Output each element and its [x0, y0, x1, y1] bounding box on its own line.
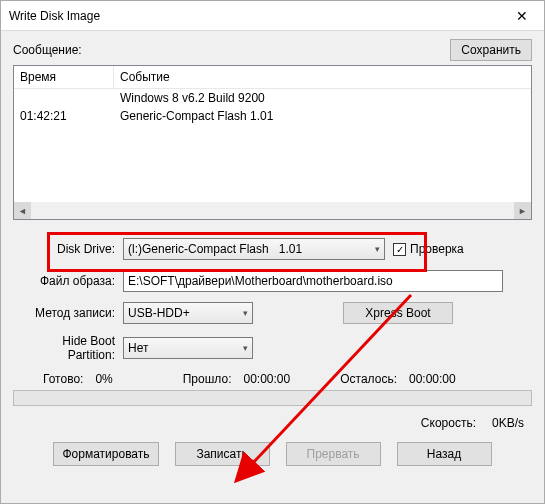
remaining-value: 00:00:00 — [409, 372, 456, 386]
content-area: Сообщение: Сохранить Время Событие Windo… — [1, 31, 544, 503]
xpress-boot-button[interactable]: Xpress Boot — [343, 302, 453, 324]
verify-checkbox[interactable]: ✓ — [393, 243, 406, 256]
hide-boot-select[interactable] — [123, 337, 253, 359]
write-button[interactable]: Записать — [175, 442, 270, 466]
message-header-row: Сообщение: Сохранить — [13, 39, 532, 61]
log-cell-time: 01:42:21 — [14, 107, 114, 125]
save-button[interactable]: Сохранить — [450, 39, 532, 61]
scroll-left-icon[interactable]: ◄ — [14, 202, 31, 219]
abort-button[interactable]: Прервать — [286, 442, 381, 466]
log-cell-time — [14, 89, 114, 107]
close-icon: ✕ — [516, 8, 528, 24]
hide-boot-row: Hide Boot Partition: ▾ — [13, 334, 532, 362]
disk-drive-label: Disk Drive: — [13, 242, 123, 256]
log-panel: Время Событие Windows 8 v6.2 Build 9200 … — [13, 65, 532, 220]
write-method-label: Метод записи: — [13, 306, 123, 320]
verify-label: Проверка — [410, 242, 464, 256]
progress-bar — [13, 390, 532, 406]
disk-drive-row: Disk Drive: ▾ ✓ Проверка — [13, 238, 532, 260]
speed-line: Скорость: 0KB/s — [13, 416, 532, 430]
bottom-buttons: Форматировать Записать Прервать Назад — [13, 442, 532, 466]
log-row: Windows 8 v6.2 Build 9200 — [14, 89, 531, 107]
speed-label: Скорость: — [421, 416, 476, 430]
remaining-label: Осталось: — [340, 372, 397, 386]
hide-boot-select-wrap[interactable]: ▾ — [123, 337, 253, 359]
log-cell-event: Windows 8 v6.2 Build 9200 — [114, 89, 531, 107]
log-body: Windows 8 v6.2 Build 9200 01:42:21 Gener… — [14, 89, 531, 194]
verify-checkbox-wrap[interactable]: ✓ Проверка — [393, 242, 464, 256]
log-cell-event: Generic-Compact Flash 1.01 — [114, 107, 531, 125]
log-row: 01:42:21 Generic-Compact Flash 1.01 — [14, 107, 531, 125]
write-method-row: Метод записи: ▾ Xpress Boot — [13, 302, 532, 324]
window-frame: Write Disk Image ✕ Сообщение: Сохранить … — [0, 0, 545, 504]
format-button[interactable]: Форматировать — [53, 442, 158, 466]
form-area: Disk Drive: ▾ ✓ Проверка Файл образа: Ме… — [13, 238, 532, 466]
image-file-label: Файл образа: — [13, 274, 123, 288]
hide-boot-label: Hide Boot Partition: — [13, 334, 123, 362]
close-button[interactable]: ✕ — [499, 1, 544, 30]
titlebar: Write Disk Image ✕ — [1, 1, 544, 31]
back-button[interactable]: Назад — [397, 442, 492, 466]
write-method-select[interactable] — [123, 302, 253, 324]
ready-value: 0% — [95, 372, 112, 386]
image-file-input[interactable] — [123, 270, 503, 292]
disk-drive-select[interactable] — [123, 238, 385, 260]
log-header: Время Событие — [14, 66, 531, 89]
log-col-event-header[interactable]: Событие — [114, 66, 531, 88]
scroll-right-icon[interactable]: ► — [514, 202, 531, 219]
disk-drive-select-wrap[interactable]: ▾ — [123, 238, 385, 260]
speed-value: 0KB/s — [492, 416, 524, 430]
horizontal-scrollbar[interactable]: ◄ ► — [14, 202, 531, 219]
message-label: Сообщение: — [13, 43, 82, 57]
ready-label: Готово: — [43, 372, 83, 386]
write-method-select-wrap[interactable]: ▾ — [123, 302, 253, 324]
elapsed-value: 00:00:00 — [243, 372, 290, 386]
status-line: Готово: 0% Прошло: 00:00:00 Осталось: 00… — [13, 372, 532, 386]
elapsed-label: Прошло: — [183, 372, 232, 386]
image-file-row: Файл образа: — [13, 270, 532, 292]
window-title: Write Disk Image — [9, 9, 100, 23]
log-col-time-header[interactable]: Время — [14, 66, 114, 88]
